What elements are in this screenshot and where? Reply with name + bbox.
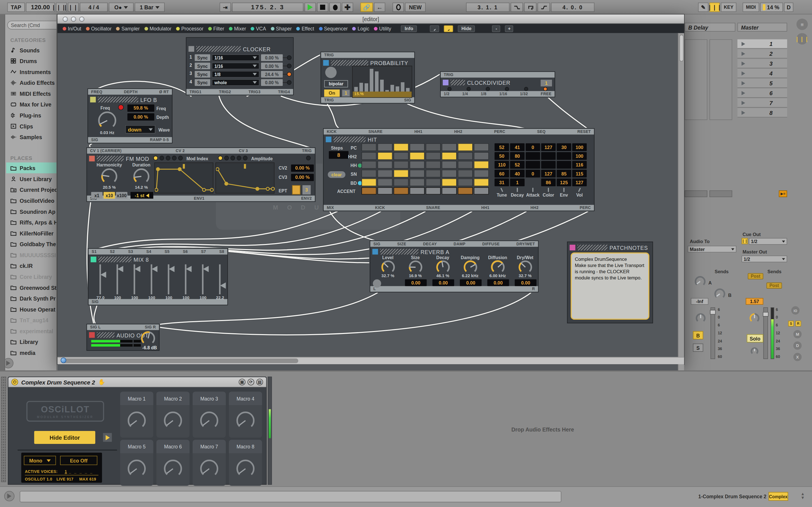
port-cv-1-carrier-[interactable]: CV 1 (CARRIER) <box>90 149 122 153</box>
scene-play-icon[interactable] <box>742 101 745 105</box>
scene-6[interactable]: 6 <box>737 89 787 98</box>
module-clocker[interactable]: TRIG1TRIG2TRIG3TRIG4CLOCKER1Sync1/160.00… <box>186 37 294 95</box>
module-drag-hatch[interactable] <box>97 332 114 338</box>
port-sig[interactable]: SIG <box>404 98 411 103</box>
port-trig3[interactable]: TRIG3 <box>249 90 260 94</box>
stop-s-button[interactable]: S <box>693 344 703 352</box>
category-in-out[interactable]: In/Out <box>63 25 81 31</box>
sync-button[interactable]: Sync <box>195 62 210 69</box>
fm-knob-duration[interactable] <box>133 168 150 187</box>
param-tune[interactable]: 50 <box>495 152 509 160</box>
port-cv-3[interactable]: CV 3 <box>239 149 248 153</box>
sidebar-item-drums[interactable]: Drums <box>6 55 57 66</box>
category-processor[interactable]: Processor <box>176 25 204 31</box>
param-vol[interactable]: 127 <box>572 179 587 186</box>
cue-speaker-icon[interactable]: ❘❘ <box>742 238 748 244</box>
volume-fader-right[interactable] <box>763 307 768 359</box>
punch-out-button[interactable] <box>538 3 550 12</box>
module-probability[interactable]: TRIGTRIGSIGPROBABILITYbipolarOn115.% <box>320 52 415 104</box>
slider-handle-s8[interactable] <box>220 282 226 288</box>
divider-count-box[interactable]: 1 <box>541 80 552 87</box>
new-button[interactable]: NEW <box>405 3 425 12</box>
param-vol[interactable]: 100 <box>572 152 587 160</box>
port-freq[interactable]: FREQ <box>91 90 102 94</box>
port-ramp-0-5[interactable]: RAMP 0-5 <box>150 138 169 143</box>
clip-stop-slot[interactable] <box>709 190 732 197</box>
step-cell[interactable] <box>361 144 376 151</box>
port-trig1[interactable]: TRIG1 <box>190 90 201 94</box>
port-1-8[interactable]: 1/8 <box>481 92 486 96</box>
drop-audio-effects-zone[interactable]: Drop Audio Effects Here <box>273 372 812 487</box>
reverb-mod-box[interactable]: 0.00 <box>460 279 481 286</box>
loop-length-field[interactable]: 4. 0. 0 <box>551 3 594 12</box>
editor-sync-indicator[interactable] <box>61 357 66 363</box>
module-reverb-a[interactable]: SIGSIZEDECAYDAMPDIFFUSEDRY/WETLRREVERB A… <box>370 240 539 292</box>
session-overview-button[interactable]: ≡ <box>797 18 808 30</box>
sends-toggle-button[interactable]: S <box>788 321 794 327</box>
sidebar-item-audio-effects[interactable]: Audio Effects <box>6 77 57 88</box>
division-select[interactable]: 1/8 <box>212 71 259 78</box>
module-drag-hatch[interactable] <box>451 80 465 86</box>
step-cell[interactable] <box>474 179 489 186</box>
reverb-input-knob[interactable] <box>373 279 381 288</box>
reverb-mod-box[interactable]: 0.00 <box>515 279 537 286</box>
port-r[interactable]: R <box>532 287 535 291</box>
port-trig4[interactable]: TRIG4 <box>278 90 290 94</box>
module-color-square[interactable] <box>569 245 575 250</box>
module-color-square[interactable] <box>443 80 448 86</box>
mult-x10[interactable]: x10 <box>103 192 115 199</box>
port-trig[interactable]: TRIG <box>324 98 334 103</box>
mixer-view-button[interactable]: ❘❘❘ <box>797 33 808 45</box>
sync-button[interactable]: Sync <box>195 71 210 78</box>
sidebar-item-clips[interactable]: Clips <box>6 121 57 131</box>
crossfader-toggle-button[interactable]: X <box>794 353 802 361</box>
hot-swap-icon[interactable]: ▣ <box>239 379 246 385</box>
module-color-square[interactable] <box>323 60 329 66</box>
step-cell[interactable] <box>410 179 424 186</box>
track-header-return[interactable]: B Delay <box>684 23 735 32</box>
port-seq[interactable]: SEQ <box>537 129 546 134</box>
module-drag-hatch[interactable] <box>380 249 418 255</box>
port-trig[interactable]: TRIG <box>444 72 453 77</box>
step-cell[interactable] <box>458 152 473 160</box>
param-vol[interactable]: 116 <box>572 161 587 169</box>
scene-play-icon[interactable] <box>742 52 745 56</box>
macro-knob[interactable] <box>156 453 190 484</box>
param-env[interactable]: 30 <box>557 144 571 151</box>
step-cell[interactable] <box>377 152 393 160</box>
step-cell[interactable] <box>394 144 409 151</box>
param-color[interactable]: 127 <box>541 144 555 151</box>
param-env[interactable] <box>557 161 571 169</box>
step-cell[interactable] <box>474 144 489 151</box>
scene-play-icon[interactable] <box>742 42 745 46</box>
record-button[interactable] <box>329 3 341 12</box>
save-preset-icon[interactable]: ▤ <box>256 379 263 385</box>
module-color-square[interactable] <box>89 156 95 161</box>
step-cell[interactable] <box>458 161 473 169</box>
post-button-2[interactable]: Post <box>766 283 782 289</box>
window-title-bar[interactable]: [editor] <box>57 14 684 24</box>
port-kick[interactable]: KICK <box>375 205 385 210</box>
patch-canvas[interactable]: M O D U L A R TRIG1TRIG2TRIG3TRIG4CLOCKE… <box>57 33 679 372</box>
port-hh2[interactable]: HH2 <box>530 205 539 210</box>
accent-cell[interactable] <box>394 187 409 194</box>
sidebar-place-core-library[interactable]: Core Library <box>6 271 57 282</box>
macro-knob[interactable] <box>193 453 226 484</box>
lfo-sync-led[interactable] <box>118 105 124 110</box>
eco-mode-button[interactable]: Eco Off <box>60 456 97 465</box>
category-mixer[interactable]: Mixer <box>229 25 246 31</box>
port-trig[interactable]: TRIG <box>302 149 312 153</box>
scene-play-icon[interactable] <box>742 110 745 115</box>
port-sig[interactable]: SIG <box>373 242 380 246</box>
fm-knob-harmonicity[interactable] <box>100 168 118 187</box>
slider-handle-s5[interactable] <box>169 266 174 272</box>
port-1-16[interactable]: 1/16 <box>499 92 507 96</box>
sidebar-place-house-operat[interactable]: House Operat <box>6 304 57 315</box>
accent-cell[interactable] <box>442 187 457 194</box>
step-cell[interactable] <box>442 179 457 186</box>
delay-toggle-button[interactable]: D <box>794 341 802 349</box>
step-cell[interactable] <box>394 179 409 186</box>
module-drag-hatch[interactable] <box>196 46 241 52</box>
macro-3[interactable]: Macro 3 <box>193 392 226 438</box>
category-modulator[interactable]: Modulator <box>144 25 171 31</box>
